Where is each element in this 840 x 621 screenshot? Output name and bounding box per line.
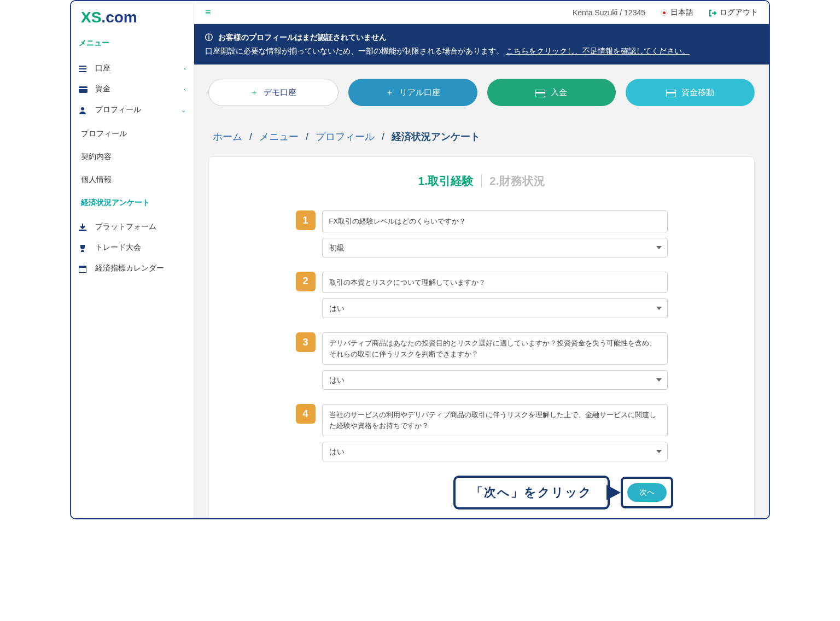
main: ≡ Kenta Suzuki / 12345 日本語 ログアウト ⓘ お客様のプ… xyxy=(194,1,769,518)
alert-title: お客様のプロフィールはまだ認証されていません xyxy=(218,33,387,42)
lang-label: 日本語 xyxy=(670,8,693,17)
alert-banner: ⓘ お客様のプロフィールはまだ認証されていません 口座開設に必要な情報が揃ってい… xyxy=(194,24,769,65)
chevron-left-icon: ‹ xyxy=(184,86,186,92)
question-4-select[interactable]: はい xyxy=(322,442,668,461)
logo-com: com xyxy=(106,9,137,26)
chevron-down-icon: ⌄ xyxy=(181,107,186,114)
btn-label: デモ口座 xyxy=(264,87,296,98)
logout-label: ログアウト xyxy=(720,8,758,17)
user-icon xyxy=(79,106,88,114)
question-2-select[interactable]: はい xyxy=(322,298,668,318)
sidebar-item-label: 口座 xyxy=(95,63,110,73)
btn-label: 入金 xyxy=(551,87,567,98)
svg-rect-4 xyxy=(79,88,88,89)
breadcrumb: ホーム / メニュー / プロフィール / 経済状況アンケート xyxy=(194,120,769,156)
alert-body: 口座開設に必要な情報が揃っていないため、一部の機能が制限される場合があります。 xyxy=(205,46,504,55)
crumb-profile[interactable]: プロフィール xyxy=(316,131,375,142)
question-label: 取引の本質とリスクについて理解していますか？ xyxy=(322,272,668,294)
sub-item-personal[interactable]: 個人情報 xyxy=(71,168,194,191)
download-icon xyxy=(79,222,88,231)
info-icon: ⓘ xyxy=(205,33,213,42)
btn-label: 資金移動 xyxy=(681,87,714,98)
profile-sublist: プロフィール 契約内容 個人情報 経済状況アンケート xyxy=(71,120,194,216)
question-label: デリバティブ商品はあなたの投資目的とリスク選好に適していますか？投資資金を失う可… xyxy=(322,332,668,365)
topbar: ≡ Kenta Suzuki / 12345 日本語 ログアウト xyxy=(194,1,769,24)
question-1-select[interactable]: 初級 xyxy=(322,238,668,257)
sidebar-item-calendar[interactable]: 経済指標カレンダー xyxy=(71,258,194,279)
alert-link[interactable]: こちらをクリックし、不足情報を確認してください。 xyxy=(506,46,690,55)
list-icon xyxy=(79,64,88,73)
question-2: 2 取引の本質とリスクについて理解していますか？ はい xyxy=(296,272,668,319)
demo-account-button[interactable]: ＋ デモ口座 xyxy=(208,79,339,106)
svg-rect-11 xyxy=(666,92,676,93)
step-1[interactable]: 1.取引経験 xyxy=(418,173,474,189)
hamburger-icon[interactable]: ≡ xyxy=(205,7,211,18)
sidebar-item-label: 経済指標カレンダー xyxy=(95,263,164,273)
svg-rect-9 xyxy=(535,92,545,93)
next-button-highlight: 次へ xyxy=(621,477,673,508)
question-3: 3 デリバティブ商品はあなたの投資目的とリスク選好に適していますか？投資資金を失… xyxy=(296,332,668,390)
question-3-select[interactable]: はい xyxy=(322,370,668,390)
user-info: Kenta Suzuki / 12345 xyxy=(573,8,645,17)
svg-rect-3 xyxy=(79,86,88,93)
real-account-button[interactable]: ＋ リアル口座 xyxy=(348,79,477,106)
sidebar-item-label: プラットフォーム xyxy=(95,222,156,232)
sidebar-item-label: トレード大会 xyxy=(95,243,141,253)
flag-jp-icon xyxy=(661,9,667,16)
question-number: 4 xyxy=(296,404,316,424)
deposit-button[interactable]: 入金 xyxy=(487,79,616,106)
sidebar-item-label: 資金 xyxy=(95,84,110,94)
question-number: 2 xyxy=(296,272,316,291)
menu-heading: メニュー xyxy=(71,34,194,58)
card-icon xyxy=(535,88,545,97)
crumb-current: 経済状況アンケート xyxy=(392,131,480,142)
question-number: 1 xyxy=(296,210,316,230)
question-label: FX取引の経験レベルはどのくらいですか？ xyxy=(322,210,668,232)
instruction-callout: 「次へ」をクリック xyxy=(453,476,610,509)
step-tabs: 1.取引経験 2.財務状況 xyxy=(220,173,743,189)
svg-point-5 xyxy=(81,107,84,110)
calendar-icon xyxy=(79,264,88,273)
survey-card: 1.取引経験 2.財務状況 1 FX取引の経験レベルはどのくらいですか？ 初級 … xyxy=(208,156,755,519)
logout-icon xyxy=(709,8,716,16)
chevron-left-icon: ‹ xyxy=(184,65,186,72)
question-label: 当社のサービスの利用やデリバティブ商品の取引に伴うリスクを理解した上で、金融サー… xyxy=(322,404,668,436)
logo: XS.com xyxy=(71,1,194,34)
next-button[interactable]: 次へ xyxy=(627,483,667,502)
action-row: ＋ デモ口座 ＋ リアル口座 入金 資金移動 xyxy=(194,65,769,120)
transfer-button[interactable]: 資金移動 xyxy=(626,79,755,106)
sidebar-item-account[interactable]: 口座 ‹ xyxy=(71,58,194,79)
logo-dot: . xyxy=(101,9,106,26)
step-divider xyxy=(481,174,482,188)
sub-item-profile[interactable]: プロフィール xyxy=(71,122,194,145)
crumb-home[interactable]: ホーム xyxy=(213,131,242,142)
btn-label: リアル口座 xyxy=(399,87,440,98)
svg-rect-1 xyxy=(79,68,86,69)
sub-item-contract[interactable]: 契約内容 xyxy=(71,145,194,168)
question-1: 1 FX取引の経験レベルはどのくらいですか？ 初級 xyxy=(296,210,668,257)
sidebar-item-funds[interactable]: 資金 ‹ xyxy=(71,79,194,99)
sidebar: XS.com メニュー 口座 ‹ 資金 ‹ xyxy=(71,1,194,518)
sidebar-item-label: プロフィール xyxy=(95,105,141,115)
plus-icon: ＋ xyxy=(386,87,394,98)
question-4: 4 当社のサービスの利用やデリバティブ商品の取引に伴うリスクを理解した上で、金融… xyxy=(296,404,668,461)
svg-rect-0 xyxy=(79,66,86,67)
language-selector[interactable]: 日本語 xyxy=(661,8,693,17)
sub-item-survey[interactable]: 経済状況アンケート xyxy=(71,191,194,214)
logo-xs: XS xyxy=(81,9,101,26)
question-number: 3 xyxy=(296,332,316,352)
sidebar-item-platform[interactable]: プラットフォーム xyxy=(71,216,194,237)
plus-icon: ＋ xyxy=(250,87,258,98)
card-icon xyxy=(666,88,676,97)
sidebar-item-profile[interactable]: プロフィール ⌄ xyxy=(71,99,194,120)
svg-rect-7 xyxy=(79,266,86,268)
crumb-menu[interactable]: メニュー xyxy=(259,131,299,142)
logout-button[interactable]: ログアウト xyxy=(709,8,758,17)
svg-rect-2 xyxy=(79,71,86,72)
wallet-icon xyxy=(79,85,88,93)
sidebar-item-contest[interactable]: トレード大会 xyxy=(71,237,194,258)
trophy-icon xyxy=(79,243,88,252)
step-2[interactable]: 2.財務状況 xyxy=(489,173,545,189)
